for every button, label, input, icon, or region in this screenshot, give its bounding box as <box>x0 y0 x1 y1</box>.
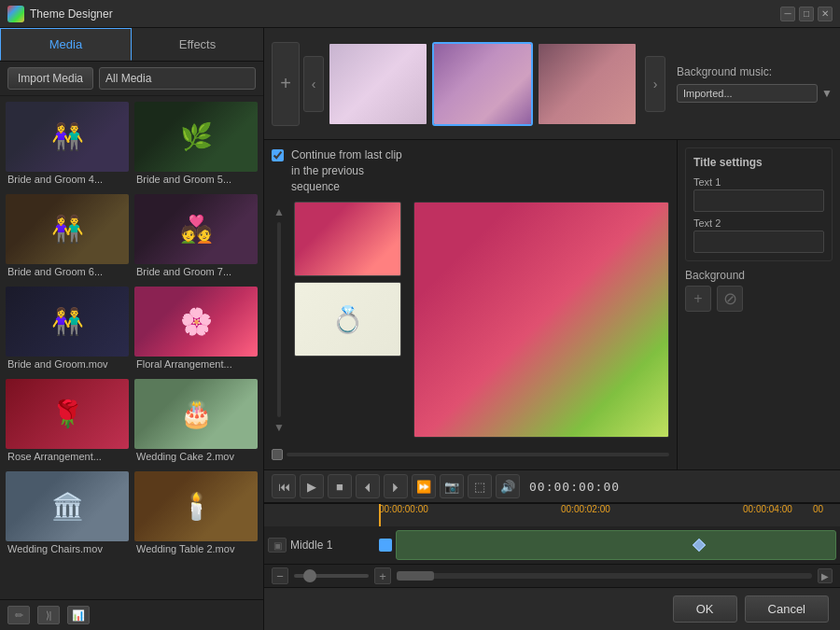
dropdown-arrow-icon: ▼ <box>821 87 833 100</box>
track-name: Middle 1 <box>290 539 332 552</box>
timeline-bottom: − + ▶ <box>264 564 840 587</box>
list-item[interactable]: 👫 Bride and Groom 6... <box>4 192 131 283</box>
tab-media[interactable]: Media <box>0 28 132 61</box>
volume-button[interactable]: 🔊 <box>496 474 520 498</box>
track-keyframe <box>693 539 706 552</box>
theme-strip: + ‹ › Background music: Imported <box>264 28 840 140</box>
list-item[interactable]: 👫 Bride and Groom 4... <box>4 100 131 190</box>
minimize-button[interactable]: ─ <box>780 7 795 21</box>
media-label: Floral Arrangement... <box>134 357 258 373</box>
text1-input[interactable] <box>693 189 824 212</box>
theme-thumbnail-1[interactable] <box>328 42 428 126</box>
title-bar-controls: ─ □ ✕ <box>780 7 833 21</box>
step-back-button[interactable]: ⏴ <box>356 474 380 498</box>
media-thumbnail: 🌸 <box>134 287 258 357</box>
list-item[interactable]: 🌸 Floral Arrangement... <box>133 285 259 375</box>
scroll-right-button[interactable]: ▶ <box>818 568 833 583</box>
media-thumbnail: 👫 <box>6 194 129 264</box>
remove-background-button[interactable]: ⊘ <box>717 286 743 312</box>
list-item[interactable]: 🌿 Bride and Groom 5... <box>133 100 259 190</box>
stop-button[interactable]: ■ <box>328 474 352 498</box>
bg-music-dropdown[interactable]: Imported... <box>677 84 818 103</box>
maximize-button[interactable]: □ <box>799 7 814 21</box>
media-thumbnail: 🌿 <box>134 102 258 172</box>
left-panel-bottom: ✏ ⟩| 📊 <box>0 599 263 630</box>
cancel-button[interactable]: Cancel <box>745 595 829 623</box>
slider-handle[interactable] <box>272 449 283 460</box>
list-item[interactable]: 💑 Bride and Groom 7... <box>133 192 259 283</box>
continue-checkbox-row: Continue from last clip in the previous … <box>272 147 669 194</box>
play-button[interactable]: ▶ <box>300 474 324 498</box>
preview-area: Continue from last clip in the previous … <box>264 140 677 469</box>
fast-forward-button[interactable]: ⏩ <box>412 474 436 498</box>
close-button[interactable]: ✕ <box>818 7 833 21</box>
media-label: Bride and Groom 6... <box>6 264 129 281</box>
vertical-slider[interactable]: ▲ ▼ <box>272 202 287 438</box>
media-thumbnail: 👫 <box>6 287 129 357</box>
zoom-in-button[interactable]: + <box>374 567 391 584</box>
continue-label2: in the previous <box>291 163 402 179</box>
timecode-display: 00:00:00:00 <box>529 480 620 494</box>
media-filter-dropdown[interactable]: All Media <box>99 67 256 90</box>
media-grid: 👫 Bride and Groom 4... 🌿 Bride and Groom… <box>0 96 263 599</box>
ruler-tick-1: 00:00:00:00 <box>379 504 428 514</box>
media-thumbnail: 👫 <box>6 102 129 172</box>
ruler-tick-2: 00:00:02:00 <box>561 504 610 514</box>
edit-icon[interactable]: ✏ <box>7 606 30 624</box>
list-item[interactable]: 🕯️ Wedding Table 2.mov <box>133 469 259 560</box>
text2-input[interactable] <box>693 231 824 253</box>
step-forward-button[interactable]: ⏵ <box>384 474 408 498</box>
tab-bar: Media Effects <box>0 28 263 62</box>
import-media-button[interactable]: Import Media <box>7 67 93 90</box>
timeline-ruler: 00:00:00:00 00:00:02:00 00:00:04:00 00 <box>264 504 840 526</box>
dialog-bar: OK Cancel <box>264 587 840 630</box>
chart-icon[interactable]: 📊 <box>67 606 90 624</box>
zoom-out-button[interactable]: − <box>272 567 288 584</box>
media-thumbnail: 🌹 <box>6 379 129 449</box>
settings-panel: Title settings Text 1 Text 2 Background … <box>677 140 840 469</box>
ruler-tick-3: 00:00:04:00 <box>743 504 792 514</box>
main-preview-inner <box>414 203 668 437</box>
ruler-area: 00:00:00:00 00:00:02:00 00:00:04:00 00 <box>272 504 833 526</box>
timeline: 00:00:00:00 00:00:02:00 00:00:04:00 00 ▣… <box>264 503 840 587</box>
timeline-scrollbar[interactable] <box>397 573 812 579</box>
continue-label3: sequence <box>291 179 402 195</box>
up-arrow-icon: ▲ <box>273 205 285 218</box>
vertical-track <box>277 222 281 417</box>
tab-effects[interactable]: Effects <box>132 28 263 61</box>
continue-checkbox[interactable] <box>272 149 284 161</box>
theme-prev-button[interactable]: ‹ <box>303 56 324 112</box>
list-item[interactable]: 🌹 Rose Arrangement... <box>4 377 131 468</box>
media-label: Wedding Chairs.mov <box>6 541 129 558</box>
track-clip[interactable] <box>396 530 836 560</box>
list-item[interactable]: 👫 Bride and Groom.mov <box>4 285 131 375</box>
add-theme-button[interactable]: + <box>272 42 300 126</box>
title-settings-box: Title settings Text 1 Text 2 <box>685 147 833 261</box>
zoom-slider-handle[interactable] <box>303 569 316 582</box>
trim-button[interactable]: ⬚ <box>468 474 492 498</box>
media-label: Bride and Groom 5... <box>134 172 258 189</box>
theme-thumbnail-3[interactable] <box>537 42 637 126</box>
scroll-handle[interactable] <box>397 571 434 581</box>
media-toolbar: Import Media All Media <box>0 62 263 96</box>
title-bar-text: Theme Designer <box>30 7 113 21</box>
add-background-button[interactable]: + <box>685 286 711 312</box>
track-content-area <box>379 530 836 560</box>
split-icon[interactable]: ⟩| <box>37 606 60 624</box>
media-thumbnail: 🎂 <box>134 379 258 449</box>
horizontal-slider[interactable] <box>272 447 669 462</box>
preview-small-2[interactable]: 💍 <box>294 282 401 357</box>
list-item[interactable]: 🏛️ Wedding Chairs.mov <box>4 469 131 560</box>
preview-container: ▲ ▼ 💍 <box>272 202 669 438</box>
title-bar-left: Theme Designer <box>7 6 113 22</box>
theme-next-button[interactable]: › <box>645 56 665 112</box>
list-item[interactable]: 🎂 Wedding Cake 2.mov <box>133 377 259 468</box>
track-label-area: ▣ Middle 1 <box>268 538 375 553</box>
goto-start-button[interactable]: ⏮ <box>272 474 296 498</box>
ok-button[interactable]: OK <box>673 595 737 623</box>
text1-label: Text 1 <box>693 176 824 188</box>
theme-thumbnail-2[interactable] <box>432 42 533 126</box>
preview-small-1[interactable] <box>294 202 401 276</box>
zoom-slider[interactable] <box>294 574 369 578</box>
snapshot-button[interactable]: 📷 <box>440 474 464 498</box>
